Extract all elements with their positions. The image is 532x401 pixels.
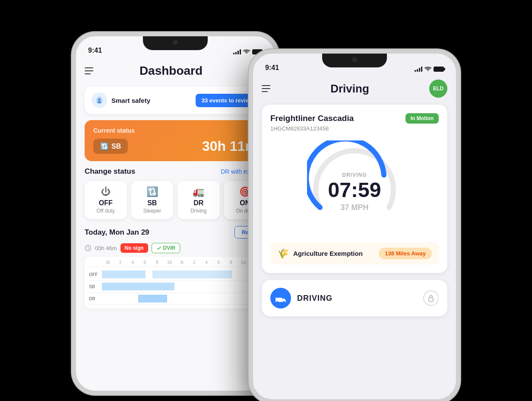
log-bar-off-2 xyxy=(152,271,232,278)
dr-label: DR xyxy=(181,199,216,207)
status-icons-right xyxy=(415,67,444,72)
driving-header: Driving ELD xyxy=(262,75,447,105)
speed-mph: 37 MPH xyxy=(328,203,381,212)
svg-point-4 xyxy=(283,301,285,303)
sb-label: SB xyxy=(135,199,170,207)
change-status-title: Change status xyxy=(85,167,135,176)
log-row-off: OFF 04:5 xyxy=(89,269,262,281)
speed-time: 07:59 xyxy=(328,180,381,200)
time-right: 9:41 xyxy=(265,64,279,72)
hamburger-menu-right[interactable] xyxy=(262,85,270,92)
phones-container: 9:41 Dashboard xyxy=(72,15,460,386)
sb-sub: Sleeper xyxy=(135,208,170,214)
notch-left xyxy=(143,36,208,50)
dvir-badge: DVIR xyxy=(152,243,180,253)
vehicle-card: Freightliner Cascadia In Motion 1HGCM826… xyxy=(262,105,447,273)
no-sign-badge: No sign xyxy=(120,243,148,253)
log-label-dr: DR xyxy=(89,296,102,301)
speedometer-container: DRIVING 07:59 37 MPH xyxy=(270,140,439,236)
current-status-label: Current status xyxy=(93,127,257,134)
phone-right: 9:41 Driving xyxy=(249,49,460,401)
today-header: Today, Mon Jan 29 Recap xyxy=(85,226,266,239)
status-btn-sb[interactable]: 🔃 SB Sleeper xyxy=(131,181,174,219)
log-bar-area-sb xyxy=(102,281,247,293)
driving-status-left: DRIVING xyxy=(270,288,332,309)
battery-icon-right xyxy=(434,67,444,72)
off-label: OFF xyxy=(88,199,124,207)
in-motion-badge: In Motion xyxy=(405,113,439,124)
sb-icon-btn: 🔃 xyxy=(135,186,170,197)
phone-content-right: Driving ELD Freightliner Cascadia In Mot… xyxy=(253,75,456,399)
dashboard-header: Dashboard ELD xyxy=(85,58,266,86)
vehicle-name: Freightliner Cascadia xyxy=(270,114,354,123)
sb-code: SB xyxy=(111,143,121,150)
truck-icon xyxy=(275,293,286,304)
log-time: 00h 46m xyxy=(95,245,117,251)
log-bar-dr xyxy=(138,295,167,302)
eld-badge-green[interactable]: ELD xyxy=(429,80,447,98)
vehicle-header: Freightliner Cascadia In Motion xyxy=(270,113,439,124)
log-info-row: 00h 46m No sign DVIR xyxy=(85,243,266,253)
log-label-off: OFF xyxy=(89,272,102,277)
wifi-icon-left xyxy=(243,49,250,54)
today-date: Today, Mon Jan 29 xyxy=(85,228,149,237)
signal-icon-left xyxy=(233,49,241,54)
signal-icon-right xyxy=(415,67,422,72)
safety-icon xyxy=(92,92,107,108)
smart-safety-left: Smart safety xyxy=(92,92,150,108)
current-status-card: Current status 🔃 SB 30h 11m xyxy=(85,120,266,161)
speed-label: DRIVING xyxy=(328,172,381,178)
svg-point-0 xyxy=(98,98,101,101)
dr-sub: Driving xyxy=(181,208,216,214)
dr-icon: 🚛 xyxy=(181,186,216,197)
svg-rect-2 xyxy=(276,298,282,302)
smart-safety-label: Smart safety xyxy=(111,97,150,104)
agri-label: Agriculture Exemption xyxy=(293,250,363,257)
driving-status-card: DRIVING xyxy=(262,280,447,316)
driving-status-label: DRIVING xyxy=(297,294,332,303)
phone-left: 9:41 Dashboard xyxy=(72,32,279,395)
log-bar-area-off xyxy=(102,269,247,280)
notch-right xyxy=(322,54,387,67)
lock-svg xyxy=(428,294,434,302)
sb-icon: 🔃 xyxy=(100,142,109,150)
log-label-sb: SB xyxy=(89,284,102,289)
agri-icon: 🌾 xyxy=(277,248,289,259)
off-icon: ⏻ xyxy=(88,186,124,197)
log-row-sb: SB 04:5 xyxy=(89,281,262,293)
status-btn-off[interactable]: ⏻ OFF Off duty xyxy=(85,181,127,219)
log-bar-area-dr xyxy=(102,293,247,305)
checkmark-icon xyxy=(156,245,162,251)
agri-left: 🌾 Agriculture Exemption xyxy=(277,248,363,259)
svg-rect-5 xyxy=(429,298,433,302)
hamburger-menu[interactable] xyxy=(85,67,93,74)
sb-badge: 🔃 SB xyxy=(93,139,128,154)
miles-badge: 138 Miles Away xyxy=(379,248,432,259)
driving-icon-circle xyxy=(270,288,291,309)
off-sub: Off duty xyxy=(88,208,124,214)
phone-content-left: Dashboard ELD Smart safety 33 events to … xyxy=(76,58,275,391)
current-status-row: 🔃 SB 30h 11m xyxy=(93,138,257,154)
log-grid: M 2 4 6 8 10 N 2 4 6 8 10 M OFF xyxy=(85,257,266,309)
status-btn-dr[interactable]: 🚛 DR Driving xyxy=(177,181,220,219)
clock-icon xyxy=(85,245,92,251)
speedometer: DRIVING 07:59 37 MPH xyxy=(307,140,402,236)
time-left: 9:41 xyxy=(88,47,102,54)
agri-card: 🌾 Agriculture Exemption 138 Miles Away xyxy=(270,242,439,264)
smart-safety-card[interactable]: Smart safety 33 events to review xyxy=(85,86,266,114)
change-status-header: Change status DR with exceptio xyxy=(85,167,266,176)
log-bar-off-1 xyxy=(102,271,146,278)
svg-point-3 xyxy=(276,301,278,303)
status-buttons: ⏻ OFF Off duty 🔃 SB Sleeper 🚛 DR Driving… xyxy=(85,181,266,219)
wifi-icon-right xyxy=(424,67,431,72)
driving-title: Driving xyxy=(330,82,369,95)
vehicle-vin: 1HGCM82633A123456 xyxy=(270,125,439,132)
log-grid-header: M 2 4 6 8 10 N 2 4 6 8 10 M xyxy=(89,260,262,267)
log-bar-sb xyxy=(102,283,174,290)
dashboard-title: Dashboard xyxy=(139,64,203,78)
speed-center: DRIVING 07:59 37 MPH xyxy=(328,172,381,212)
log-row-dr: DR 04:5 xyxy=(89,293,262,305)
lock-icon[interactable] xyxy=(423,290,439,306)
